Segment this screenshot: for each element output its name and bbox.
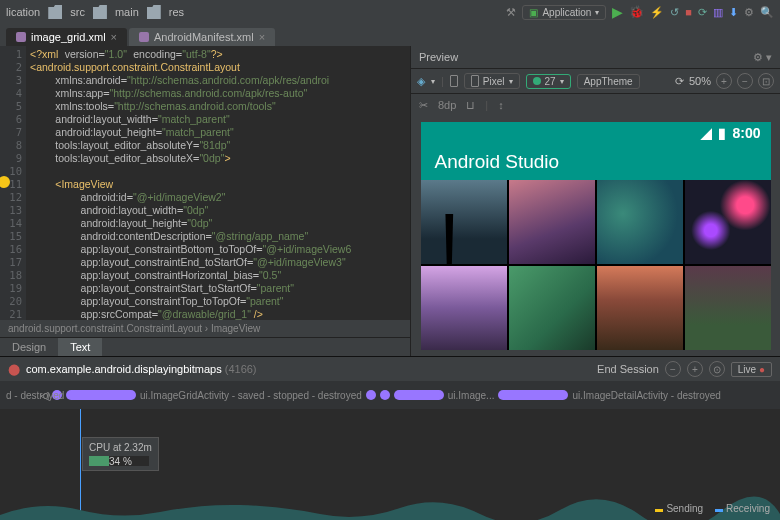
code-editor-panel: 123456789101112131415161718192021222324 … bbox=[0, 46, 410, 356]
preview-toolbar: ◈ ▾ | Pixel ▾ 27 ▾ AppTheme ⟳ 50% + − bbox=[411, 68, 780, 94]
timeline-row-label: d - destroyed bbox=[6, 390, 64, 401]
zoom-in-icon[interactable]: + bbox=[716, 73, 732, 89]
clock: 8:00 bbox=[732, 125, 760, 141]
breadcrumb-res[interactable]: res bbox=[169, 6, 184, 18]
run-config-dropdown[interactable]: ▣ Application ▾ bbox=[522, 5, 606, 20]
chart-legend: Sending Receiving bbox=[655, 503, 770, 514]
tab-label: AndroidManifest.xml bbox=[154, 31, 254, 43]
app-title-bar: Android Studio bbox=[421, 144, 771, 180]
timeline-event[interactable] bbox=[380, 390, 390, 400]
search-icon[interactable]: 🔍 bbox=[760, 6, 774, 19]
breadcrumb-main[interactable]: main bbox=[115, 6, 139, 18]
zoom-out-icon[interactable]: − bbox=[737, 73, 753, 89]
theme-dropdown[interactable]: AppTheme bbox=[577, 74, 640, 89]
timeline-event[interactable] bbox=[394, 390, 444, 400]
zoom-fit-icon[interactable]: ⊡ bbox=[758, 73, 774, 89]
settings-icon[interactable]: ⚙ bbox=[744, 6, 754, 19]
editor-mode-tabs: Design Text bbox=[0, 337, 410, 356]
xml-file-icon bbox=[16, 32, 26, 42]
stop-icon[interactable]: ■ bbox=[685, 6, 692, 18]
timeline-event[interactable] bbox=[498, 390, 568, 400]
xml-file-icon bbox=[139, 32, 149, 42]
grid-image[interactable] bbox=[421, 266, 507, 350]
timeline-event[interactable] bbox=[66, 390, 136, 400]
grid-image[interactable] bbox=[509, 180, 595, 264]
avd-icon[interactable]: ▥ bbox=[713, 6, 723, 19]
phone-screen: ◢ ▮ 8:00 Android Studio bbox=[421, 122, 771, 350]
folder-icon bbox=[93, 5, 107, 19]
app-label: lication bbox=[6, 6, 40, 18]
tab-manifest[interactable]: AndroidManifest.xml × bbox=[129, 28, 275, 46]
zoom-out-icon[interactable]: − bbox=[665, 361, 681, 377]
live-toggle[interactable]: Live ● bbox=[731, 362, 772, 377]
preview-toolbar-2: ✂ 8dp ⊔ | ↕ bbox=[411, 94, 780, 116]
tab-label: image_grid.xml bbox=[31, 31, 106, 43]
build-hammer-icon[interactable]: ⚒ bbox=[506, 6, 516, 19]
tab-image-grid[interactable]: image_grid.xml × bbox=[6, 28, 127, 46]
code-area[interactable]: 123456789101112131415161718192021222324 … bbox=[0, 46, 410, 320]
refresh-icon[interactable]: ⟳ bbox=[675, 75, 684, 88]
image-grid bbox=[421, 180, 771, 350]
grid-image[interactable] bbox=[597, 266, 683, 350]
grid-image[interactable] bbox=[421, 180, 507, 264]
api-dropdown[interactable]: 27 ▾ bbox=[526, 74, 571, 89]
main-split: 123456789101112131415161718192021222324 … bbox=[0, 46, 780, 356]
grid-image[interactable] bbox=[597, 180, 683, 264]
timeline-events[interactable]: d - destroyed ◁ ui.ImageGridActivity - s… bbox=[0, 381, 780, 409]
line-gutter: 123456789101112131415161718192021222324 bbox=[0, 46, 26, 320]
record-icon[interactable]: ⬤ bbox=[8, 363, 20, 376]
palette-icon[interactable]: ◈ bbox=[417, 75, 425, 88]
top-toolbar: lication src main res ⚒ ▣ Application ▾ … bbox=[0, 0, 780, 24]
folder-icon bbox=[48, 5, 62, 19]
spacing-value[interactable]: 8dp bbox=[438, 99, 456, 111]
tab-design[interactable]: Design bbox=[0, 338, 58, 356]
profile-icon[interactable]: ⚡ bbox=[650, 6, 664, 19]
grid-image[interactable] bbox=[685, 266, 771, 350]
folder-icon bbox=[147, 5, 161, 19]
align-icon[interactable]: ↕ bbox=[498, 99, 504, 111]
cpu-chart[interactable]: CPU at 2.32m 34 % Sending Receiving bbox=[0, 409, 780, 520]
process-name[interactable]: com.example.android.displayingbitmaps (4… bbox=[26, 363, 257, 375]
preview-settings-icon[interactable]: ⚙ ▾ bbox=[753, 51, 772, 64]
debug-icon[interactable]: 🐞 bbox=[629, 5, 644, 19]
tab-text[interactable]: Text bbox=[58, 338, 102, 356]
editor-tabs: image_grid.xml × AndroidManifest.xml × bbox=[0, 24, 780, 46]
event-label: ui.Image... bbox=[448, 390, 495, 401]
zoom-value: 50% bbox=[689, 75, 711, 87]
close-icon[interactable]: × bbox=[111, 31, 117, 43]
attach-debugger-icon[interactable]: ↺ bbox=[670, 6, 679, 19]
sync-icon[interactable]: ⟳ bbox=[698, 6, 707, 19]
profiler-panel: ⬤ com.example.android.displayingbitmaps … bbox=[0, 356, 780, 520]
sdk-icon[interactable]: ⬇ bbox=[729, 6, 738, 19]
slice-icon[interactable]: ✂ bbox=[419, 99, 428, 112]
lightbulb-icon[interactable] bbox=[0, 176, 10, 188]
end-session-button[interactable]: End Session bbox=[597, 363, 659, 375]
preview-panel: Preview ⚙ ▾ ◈ ▾ | Pixel ▾ 27 ▾ AppTheme … bbox=[410, 46, 780, 356]
event-label: ui.ImageDetailActivity - destroyed bbox=[572, 390, 720, 401]
zoom-in-icon[interactable]: + bbox=[687, 361, 703, 377]
cpu-tooltip: CPU at 2.32m 34 % bbox=[82, 437, 159, 471]
grid-image[interactable] bbox=[509, 266, 595, 350]
magnet-icon[interactable]: ⊔ bbox=[466, 99, 475, 112]
event-label: ui.ImageGridActivity - saved - stopped -… bbox=[140, 390, 362, 401]
device-dropdown[interactable]: Pixel ▾ bbox=[464, 73, 520, 89]
code-content[interactable]: <?xml version="1.0" encoding="utf-8"?> <… bbox=[26, 46, 410, 320]
preview-title: Preview bbox=[419, 51, 458, 63]
close-icon[interactable]: × bbox=[259, 31, 265, 43]
zoom-reset-icon[interactable]: ⊙ bbox=[709, 361, 725, 377]
orientation-icon[interactable] bbox=[450, 75, 458, 87]
run-icon[interactable]: ▶ bbox=[612, 4, 623, 20]
profiler-header: ⬤ com.example.android.displayingbitmaps … bbox=[0, 357, 780, 381]
wifi-icon: ◢ bbox=[701, 125, 712, 141]
breadcrumb-src[interactable]: src bbox=[70, 6, 85, 18]
grid-image[interactable] bbox=[685, 180, 771, 264]
device-frame: ◢ ▮ 8:00 Android Studio bbox=[411, 116, 780, 356]
breadcrumb-bar[interactable]: android.support.constraint.ConstraintLay… bbox=[0, 320, 410, 337]
battery-icon: ▮ bbox=[718, 125, 726, 141]
timeline-event[interactable] bbox=[366, 390, 376, 400]
android-statusbar: ◢ ▮ 8:00 bbox=[421, 122, 771, 144]
